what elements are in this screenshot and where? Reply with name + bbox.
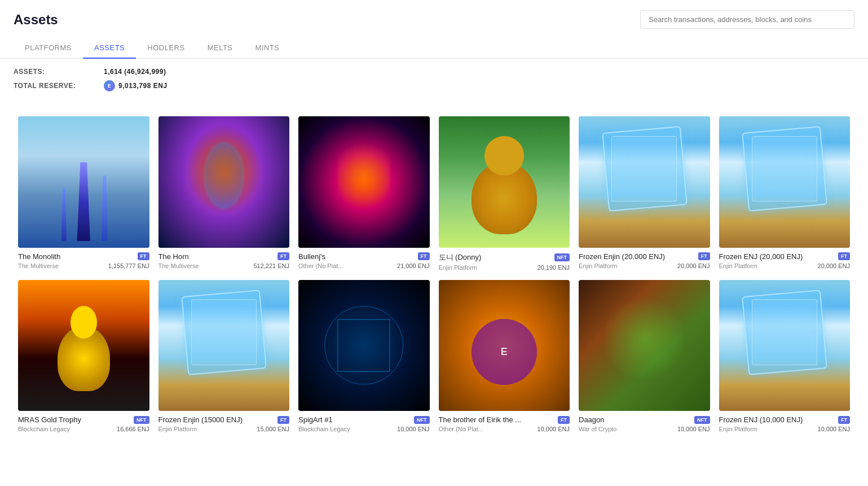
card-name-horn: The Horn: [158, 252, 276, 261]
card-platform-frozen10k: Enjin Platform: [719, 426, 818, 432]
card-image-horn: [158, 116, 290, 248]
asset-card-brother[interactable]: E The brother of Eirik the ... FT Other …: [434, 275, 575, 437]
card-enj-horn: 512,221 ENJ: [253, 262, 289, 269]
card-image-frozen20k-1: [579, 116, 710, 248]
asset-card-frozen20k-2[interactable]: Frozen ENJ (20,000 ENJ) FT Enjin Platfor…: [715, 112, 855, 275]
card-platform-monolith: The Multiverse: [18, 262, 108, 269]
card-image-monolith: [18, 116, 149, 248]
asset-grid: The Monolith FT The Multiverse 1,155,777…: [0, 100, 868, 448]
card-badge-brother: FT: [558, 416, 570, 424]
card-enj-monolith: 1,155,777 ENJ: [108, 262, 149, 269]
asset-card-frozen10k[interactable]: Frozen ENJ (10,000 ENJ) FT Enjin Platfor…: [715, 275, 855, 437]
card-image-spigart: [298, 280, 430, 411]
card-image-brother: E: [439, 280, 570, 411]
stats-section: ASSETS: 1,614 (46,924,999) TOTAL RESERVE…: [0, 59, 868, 100]
card-enj-donny: 20,190 ENJ: [537, 264, 570, 271]
tab-mints[interactable]: MINTS: [244, 38, 291, 59]
card-name-spigart: SpigArt #1: [298, 415, 412, 424]
assets-stat: ASSETS: 1,614 (46,924,999): [14, 68, 854, 76]
card-name-bullenj: Bullenj's: [298, 252, 416, 261]
card-image-bullenj: [298, 116, 430, 248]
card-badge-frozen20k-2: FT: [838, 252, 850, 260]
asset-card-frozen15k[interactable]: Frozen Enjin (15000 ENJ) FT Enjin Platfo…: [154, 275, 294, 437]
card-enj-frozen20k-2: 20,000 ENJ: [818, 262, 850, 269]
tab-melts[interactable]: MELTS: [196, 38, 244, 59]
tab-platforms[interactable]: PLATFORMS: [14, 38, 83, 59]
card-badge-frozen20k-1: FT: [698, 252, 710, 260]
card-badge-frozen15k: FT: [277, 416, 289, 424]
asset-card-frozen20k-1[interactable]: Frozen Enjin (20,000 ENJ) FT Enjin Platf…: [574, 112, 715, 275]
card-badge-frozen10k: FT: [838, 416, 850, 424]
card-name-daagon: Daagon: [579, 415, 692, 424]
card-image-mras: [18, 280, 149, 411]
asset-card-bullenj[interactable]: Bullenj's FT Other (No Plat... 21,000 EN…: [294, 112, 434, 275]
card-badge-bullenj: FT: [418, 252, 430, 260]
card-image-daagon: [579, 280, 710, 411]
card-name-mras: MRAS Gold Trophy: [18, 415, 131, 424]
card-platform-brother: Other (No Plat...: [439, 426, 537, 432]
asset-card-horn[interactable]: The Horn FT The Multiverse 512,221 ENJ: [154, 112, 294, 275]
asset-card-donny[interactable]: 도니 (Donny) NFT Enjin Platform 20,190 ENJ: [434, 112, 575, 275]
reserve-value: E 9,013,798 ENJ: [104, 80, 168, 91]
card-platform-horn: The Multiverse: [158, 262, 254, 269]
card-badge-mras: NFT: [134, 416, 149, 424]
asset-card-monolith[interactable]: The Monolith FT The Multiverse 1,155,777…: [14, 112, 154, 275]
card-badge-daagon: NFT: [694, 416, 710, 424]
reserve-label: TOTAL RESERVE:: [14, 82, 104, 90]
card-badge-spigart: NFT: [414, 416, 430, 424]
card-name-donny: 도니 (Donny): [439, 252, 552, 262]
card-enj-frozen20k-1: 20,000 ENJ: [677, 262, 710, 269]
tab-bar: PLATFORMS ASSETS HODLERS MELTS MINTS: [0, 38, 868, 59]
card-enj-frozen10k: 10,000 ENJ: [818, 426, 850, 432]
card-image-frozen10k: [719, 280, 851, 411]
card-name-brother: The brother of Eirik the ...: [439, 415, 556, 424]
asset-card-mras[interactable]: MRAS Gold Trophy NFT Blockchain Legacy 1…: [14, 275, 154, 437]
card-platform-daagon: War of Crypto: [579, 426, 677, 432]
card-image-frozen15k: [158, 280, 290, 411]
card-badge-monolith: FT: [138, 252, 149, 260]
page-title: Assets: [14, 12, 58, 28]
asset-card-daagon[interactable]: Daagon NFT War of Crypto 10,000 ENJ: [574, 275, 715, 437]
card-name-frozen10k: Frozen ENJ (10,000 ENJ): [719, 415, 836, 424]
tab-hodlers[interactable]: HODLERS: [136, 38, 196, 59]
card-platform-mras: Blockchain Legacy: [18, 426, 117, 432]
search-input[interactable]: [640, 10, 854, 29]
card-enj-brother: 10,000 ENJ: [537, 426, 570, 432]
card-platform-frozen20k-2: Enjin Platform: [719, 262, 818, 269]
tab-assets[interactable]: ASSETS: [83, 38, 136, 59]
card-enj-frozen15k: 15,000 ENJ: [257, 426, 289, 432]
card-platform-frozen20k-1: Enjin Platform: [579, 262, 677, 269]
asset-card-spigart[interactable]: SpigArt #1 NFT Blockchain Legacy 10,000 …: [294, 275, 434, 437]
reserve-stat: TOTAL RESERVE: E 9,013,798 ENJ: [14, 80, 854, 91]
card-enj-bullenj: 21,000 ENJ: [397, 262, 429, 269]
card-platform-frozen15k: Enjin Platform: [158, 426, 257, 432]
card-platform-spigart: Blockchain Legacy: [298, 426, 397, 432]
card-image-donny: [439, 116, 570, 248]
card-name-frozen15k: Frozen Enjin (15000 ENJ): [158, 415, 276, 424]
card-enj-mras: 16,666 ENJ: [117, 426, 149, 432]
card-platform-bullenj: Other (No Plat...: [298, 262, 397, 269]
card-platform-donny: Enjin Platform: [439, 264, 537, 271]
card-image-frozen20k-2: [719, 116, 851, 248]
assets-label: ASSETS:: [14, 68, 104, 76]
card-name-monolith: The Monolith: [18, 252, 135, 261]
card-name-frozen20k-1: Frozen Enjin (20,000 ENJ): [579, 252, 696, 261]
card-enj-daagon: 10,000 ENJ: [677, 426, 710, 432]
assets-value: 1,614 (46,924,999): [104, 68, 166, 76]
enj-icon: E: [104, 80, 115, 91]
card-name-frozen20k-2: Frozen ENJ (20,000 ENJ): [719, 252, 836, 261]
card-enj-spigart: 10,000 ENJ: [397, 426, 429, 432]
reserve-amount: 9,013,798 ENJ: [118, 82, 168, 90]
card-badge-donny: NFT: [554, 253, 570, 261]
card-badge-horn: FT: [277, 252, 289, 260]
